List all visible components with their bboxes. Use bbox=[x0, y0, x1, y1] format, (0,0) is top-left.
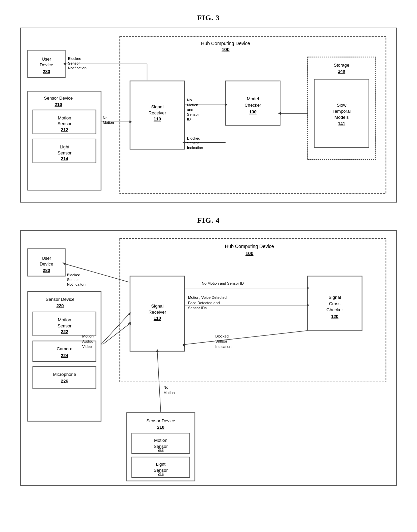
svg-text:Motion, Voice Detected,: Motion, Voice Detected, bbox=[188, 295, 228, 299]
svg-text:226: 226 bbox=[61, 379, 68, 384]
svg-text:Temporal: Temporal bbox=[333, 109, 351, 114]
svg-rect-76 bbox=[33, 366, 96, 389]
svg-text:Blocked: Blocked bbox=[215, 334, 229, 338]
svg-text:210: 210 bbox=[55, 102, 62, 107]
svg-text:Receiver: Receiver bbox=[149, 110, 166, 115]
svg-text:224: 224 bbox=[61, 353, 69, 358]
svg-text:220: 220 bbox=[56, 303, 64, 308]
svg-text:Sensor: Sensor bbox=[58, 323, 72, 328]
svg-text:Receiver: Receiver bbox=[149, 310, 166, 315]
svg-text:Indication: Indication bbox=[187, 146, 203, 150]
svg-text:Blocked: Blocked bbox=[68, 57, 81, 61]
svg-text:No: No bbox=[103, 116, 107, 120]
svg-text:130: 130 bbox=[249, 109, 257, 114]
svg-text:Light: Light bbox=[156, 462, 166, 467]
svg-text:210: 210 bbox=[157, 425, 164, 430]
svg-text:Signal: Signal bbox=[151, 304, 164, 309]
svg-text:Sensor: Sensor bbox=[67, 278, 79, 282]
svg-text:Sensor: Sensor bbox=[58, 121, 72, 126]
svg-text:Motion: Motion bbox=[187, 103, 198, 107]
svg-text:Checker: Checker bbox=[244, 103, 261, 108]
svg-text:Signal: Signal bbox=[151, 104, 164, 109]
svg-text:212: 212 bbox=[61, 127, 68, 132]
svg-text:Hub Computing Device: Hub Computing Device bbox=[225, 244, 274, 249]
svg-line-104 bbox=[103, 324, 129, 345]
svg-text:Hub Computing Device: Hub Computing Device bbox=[201, 41, 250, 46]
svg-text:Motion: Motion bbox=[163, 391, 175, 395]
svg-rect-7 bbox=[28, 91, 101, 190]
svg-text:Audio,: Audio, bbox=[82, 339, 93, 343]
svg-text:Blocked: Blocked bbox=[67, 273, 80, 277]
svg-line-99 bbox=[101, 314, 129, 344]
svg-text:Storage: Storage bbox=[334, 63, 349, 68]
svg-text:100: 100 bbox=[222, 47, 230, 52]
svg-text:141: 141 bbox=[338, 121, 345, 126]
svg-text:Cross: Cross bbox=[329, 301, 341, 306]
svg-marker-112 bbox=[307, 287, 309, 289]
svg-text:Notification: Notification bbox=[68, 66, 86, 70]
svg-line-119 bbox=[185, 331, 307, 345]
svg-text:280: 280 bbox=[43, 69, 50, 74]
svg-text:Video: Video bbox=[82, 345, 92, 349]
svg-marker-125 bbox=[156, 349, 159, 352]
svg-text:No: No bbox=[163, 385, 168, 389]
svg-text:Indication: Indication bbox=[215, 345, 231, 349]
fig4-diagram: Hub Computing Device 100 User Device 280… bbox=[20, 230, 397, 486]
svg-text:Device: Device bbox=[40, 261, 53, 267]
svg-text:Sensor: Sensor bbox=[68, 61, 80, 65]
svg-text:Motion: Motion bbox=[103, 120, 114, 125]
svg-text:Motion: Motion bbox=[154, 438, 167, 443]
fig3-diagram: Hub Computing Device 100 User Device 280… bbox=[20, 28, 397, 203]
svg-marker-39 bbox=[225, 104, 228, 106]
svg-text:Checker: Checker bbox=[327, 307, 343, 312]
svg-text:222: 222 bbox=[61, 329, 68, 334]
svg-text:Sensor: Sensor bbox=[187, 112, 199, 116]
svg-text:214: 214 bbox=[61, 156, 69, 161]
fig4-title: FIG. 4 bbox=[20, 216, 397, 225]
svg-marker-48 bbox=[183, 141, 185, 144]
svg-text:User: User bbox=[42, 57, 51, 62]
svg-text:Notificaiton: Notificaiton bbox=[67, 282, 85, 286]
svg-text:Blocked: Blocked bbox=[187, 136, 200, 140]
svg-text:110: 110 bbox=[154, 116, 161, 121]
svg-text:212: 212 bbox=[158, 448, 164, 452]
svg-text:ID: ID bbox=[187, 117, 191, 121]
svg-text:214: 214 bbox=[158, 472, 164, 476]
svg-rect-73 bbox=[33, 341, 96, 361]
svg-text:140: 140 bbox=[338, 69, 345, 74]
svg-text:100: 100 bbox=[245, 251, 254, 256]
svg-text:Motion: Motion bbox=[58, 115, 71, 120]
svg-text:User: User bbox=[42, 256, 51, 261]
svg-text:Sensor Device: Sensor Device bbox=[44, 96, 73, 101]
svg-text:120: 120 bbox=[331, 314, 338, 319]
svg-text:Motion: Motion bbox=[58, 317, 71, 322]
svg-marker-46 bbox=[278, 112, 281, 115]
svg-text:Models: Models bbox=[334, 115, 349, 120]
svg-text:Slow: Slow bbox=[337, 103, 346, 108]
svg-text:Sensor Device: Sensor Device bbox=[46, 297, 75, 302]
svg-text:Signal: Signal bbox=[329, 295, 341, 300]
svg-text:Light: Light bbox=[60, 144, 70, 149]
svg-marker-53 bbox=[63, 63, 66, 65]
svg-text:Sensor IDs: Sensor IDs bbox=[188, 306, 207, 310]
svg-text:Sensor: Sensor bbox=[58, 150, 72, 155]
fig3-title: FIG. 3 bbox=[20, 13, 397, 22]
svg-text:Model: Model bbox=[247, 96, 259, 101]
svg-text:110: 110 bbox=[154, 316, 161, 321]
svg-text:Camera: Camera bbox=[56, 346, 73, 351]
svg-text:Microphone: Microphone bbox=[53, 372, 76, 377]
svg-text:Sensor: Sensor bbox=[215, 339, 227, 343]
svg-text:280: 280 bbox=[43, 268, 50, 273]
svg-text:Motion,: Motion, bbox=[82, 334, 95, 338]
svg-text:Sensor: Sensor bbox=[187, 141, 199, 145]
svg-marker-35 bbox=[129, 120, 132, 123]
svg-text:No Motion and Sensor ID: No Motion and Sensor ID bbox=[202, 281, 244, 285]
svg-marker-115 bbox=[307, 304, 309, 307]
svg-text:and: and bbox=[187, 108, 193, 112]
svg-text:No: No bbox=[187, 98, 192, 102]
svg-text:Sensor Device: Sensor Device bbox=[146, 418, 175, 423]
svg-text:Device: Device bbox=[40, 62, 53, 67]
svg-text:Face Detected and: Face Detected and bbox=[188, 301, 220, 305]
